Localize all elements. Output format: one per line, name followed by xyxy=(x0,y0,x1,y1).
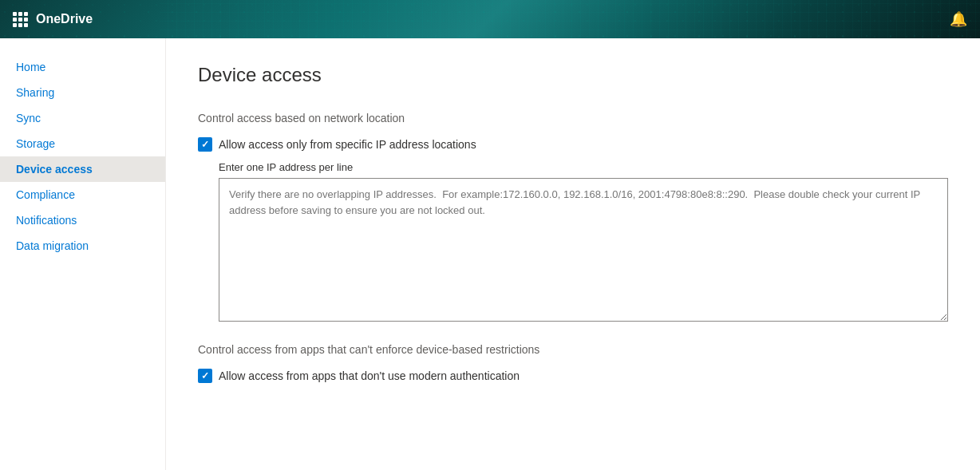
grid-icon xyxy=(13,12,28,27)
sidebar-item-device-access[interactable]: Device access xyxy=(0,156,165,182)
section1-label: Control access based on network location xyxy=(198,112,948,124)
app-header: OneDrive 🔔 xyxy=(0,0,980,38)
checkbox1[interactable] xyxy=(198,137,212,152)
checkbox1-label: Allow access only from specific IP addre… xyxy=(219,138,476,151)
checkbox2-label: Allow access from apps that don't use mo… xyxy=(219,369,520,382)
checkbox2-row: Allow access from apps that don't use mo… xyxy=(198,369,948,383)
main-content: Device access Control access based on ne… xyxy=(166,38,980,470)
sidebar-item-home[interactable]: Home xyxy=(0,54,165,80)
section2-label: Control access from apps that can't enfo… xyxy=(198,343,948,356)
ip-address-textarea[interactable] xyxy=(219,178,948,322)
sidebar-item-storage[interactable]: Storage xyxy=(0,131,165,156)
textarea-label: Enter one IP address per line xyxy=(219,161,948,173)
sidebar-item-sharing[interactable]: Sharing xyxy=(0,80,165,105)
app-logo: OneDrive xyxy=(13,12,93,27)
sidebar-item-compliance[interactable]: Compliance xyxy=(0,182,165,207)
page-title: Device access xyxy=(198,64,948,86)
ip-input-section: Enter one IP address per line xyxy=(219,161,948,324)
sidebar-item-notifications[interactable]: Notifications xyxy=(0,207,165,233)
app-title: OneDrive xyxy=(36,12,93,26)
checkbox1-row: Allow access only from specific IP addre… xyxy=(198,137,948,152)
notification-bell-icon[interactable]: 🔔 xyxy=(950,11,967,27)
checkbox2[interactable] xyxy=(198,369,212,383)
sidebar-item-sync[interactable]: Sync xyxy=(0,105,165,131)
header-right: 🔔 xyxy=(950,10,967,28)
main-layout: Home Sharing Sync Storage Device access … xyxy=(0,38,980,470)
sidebar: Home Sharing Sync Storage Device access … xyxy=(0,38,166,470)
sidebar-item-data-migration[interactable]: Data migration xyxy=(0,233,165,259)
